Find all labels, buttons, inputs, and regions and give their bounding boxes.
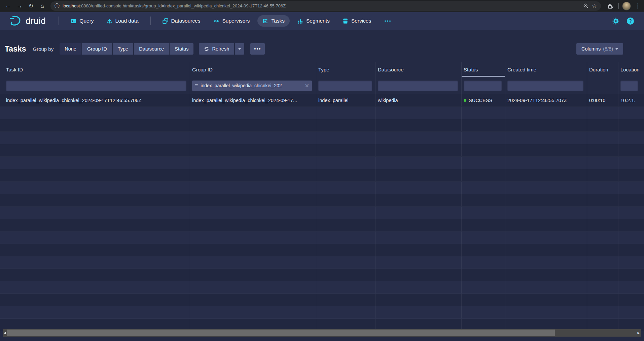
empty-table-cell [190,119,316,131]
scrollbar-thumb[interactable] [7,330,555,336]
type-filter-input[interactable] [318,81,372,91]
browser-menu-icon[interactable]: ⋮ [633,1,642,11]
empty-table-cell [618,107,644,119]
column-header-location[interactable]: Location [618,62,644,77]
cell-type[interactable]: index_parallel [316,94,376,106]
home-icon[interactable]: ⌂ [38,1,47,11]
empty-table-cell [505,144,587,156]
page-info-icon[interactable]: ⓘ [55,3,60,9]
empty-table-cell [316,306,376,318]
nav-item-segments[interactable]: Segments [292,15,335,27]
empty-table-cell [376,132,462,144]
empty-table-cell [462,169,505,181]
column-header-created-time[interactable]: Created time [505,62,587,77]
refresh-dropdown-button[interactable] [235,43,244,55]
empty-table-cell [587,119,618,131]
chevron-down-icon [238,48,241,50]
empty-table-cell [0,219,190,231]
url-text[interactable]: localhost:8888/unified-console.html#task… [63,3,580,8]
empty-table-cell [462,144,505,156]
brand-name: druid [26,16,46,26]
column-header-task-id[interactable]: Task ID [0,62,190,77]
empty-table-cell [587,157,618,169]
toolbar-more-button[interactable]: ••• [250,43,265,55]
bookmark-star-icon[interactable]: ☆ [592,2,597,9]
group-by-none-button[interactable]: None [60,43,81,55]
scroll-left-icon[interactable]: ◀ [3,331,7,335]
empty-table-cell [505,219,587,231]
cell-status[interactable]: SUCCESS [462,94,505,106]
nav-item-tasks[interactable]: Tasks [257,15,290,27]
reload-icon[interactable]: ↻ [26,1,36,11]
columns-button[interactable]: Columns (8/8) [576,43,623,55]
empty-table-cell [462,306,505,318]
empty-table-cell [190,244,316,256]
datasource-filter-input[interactable] [378,81,458,91]
empty-table-cell [587,169,618,181]
empty-table-cell [0,157,190,169]
group-by-datasource-button[interactable]: Datasource [134,43,169,55]
table-header-row: Task ID Group ID Type Datasource Status … [0,62,644,77]
column-header-datasource[interactable]: Datasource [376,62,462,77]
empty-table-cell [376,219,462,231]
status-filter-input[interactable] [464,81,502,91]
empty-table-row [0,231,644,244]
column-header-type[interactable]: Type [316,62,376,77]
druid-logo[interactable]: druid [9,15,46,27]
empty-table-cell [376,182,462,194]
task-id-filter-input[interactable] [6,81,186,91]
empty-table-cell [587,194,618,206]
empty-table-cell [376,256,462,269]
column-header-group-id[interactable]: Group ID [190,62,316,77]
nav-more-button[interactable] [379,16,396,27]
nav-item-query[interactable]: Query [66,15,99,27]
scroll-right-icon[interactable]: ▶ [637,331,641,335]
empty-table-cell [618,256,644,269]
empty-table-cell [505,294,587,306]
location-filter-input[interactable] [620,81,638,91]
nav-item-services[interactable]: Services [337,15,376,27]
back-icon[interactable]: ← [3,1,13,11]
duration-filter-cell [587,77,618,94]
empty-table-cell [0,306,190,318]
created-time-filter-input[interactable] [507,81,583,91]
empty-table-cell [316,119,376,131]
empty-table-cell [618,231,644,244]
settings-gear-icon[interactable] [612,18,619,25]
nav-item-label: Tasks [271,18,285,24]
task-row[interactable]: index_parallel_wikipedia_chicnkei_2024-0… [0,94,644,107]
group-id-filter-chip[interactable]: = index_parallel_wikipedia_chicnkei_202 … [192,81,312,91]
extensions-icon[interactable] [606,1,615,11]
clear-filter-icon[interactable]: ✕ [305,83,309,89]
equals-icon: = [195,83,198,89]
cell-created-time[interactable]: 2024-09-17T12:46:55.707Z [505,94,587,106]
nav-item-datasources[interactable]: Datasources [157,15,206,27]
cell-task-id[interactable]: index_parallel_wikipedia_chicnkei_2024-0… [0,94,190,106]
upload-icon [107,18,112,24]
horizontal-scrollbar[interactable]: ◀ ▶ [3,329,641,337]
cell-location[interactable]: 10.2.1. [618,94,644,106]
column-header-status[interactable]: Status [462,62,505,77]
help-icon[interactable]: ? [627,18,634,25]
empty-table-cell [0,169,190,181]
cell-datasource[interactable]: wikipedia [376,94,462,106]
cell-group-id[interactable]: index_parallel_wikipedia_chicnkei_2024-0… [190,94,316,106]
empty-table-row [0,207,644,219]
browser-actions: ⋮ [606,1,642,11]
nav-item-load-data[interactable]: Load data [102,15,144,27]
group-by-status-button[interactable]: Status [170,43,193,55]
group-by-type-button[interactable]: Type [113,43,133,55]
empty-table-cell [587,219,618,231]
profile-avatar[interactable] [622,2,631,10]
refresh-button[interactable]: Refresh [199,43,234,55]
cell-duration[interactable]: 0:00:10 [587,94,618,106]
address-bar[interactable]: ⓘ localhost:8888/unified-console.html#ta… [50,1,601,11]
column-header-duration[interactable]: Duration [587,62,618,77]
forward-icon[interactable]: → [15,1,24,11]
empty-table-cell [190,294,316,306]
empty-table-cell [316,169,376,181]
zoom-page-icon[interactable] [583,3,589,9]
group-by-group-id-button[interactable]: Group ID [82,43,112,55]
nav-item-supervisors[interactable]: Supervisors [208,15,255,27]
empty-table-cell [190,182,316,194]
